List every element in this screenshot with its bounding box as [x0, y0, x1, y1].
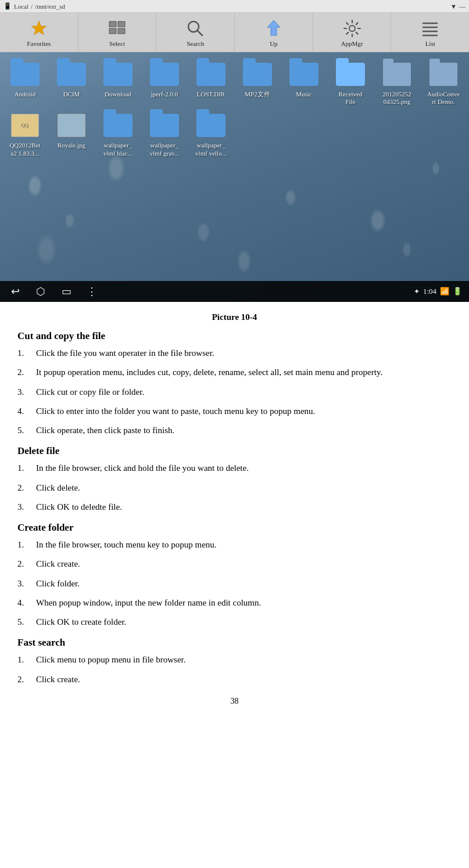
- file-wallpaper2-label: wallpaper_vlmf grav...: [150, 142, 180, 157]
- list-icon: [420, 18, 441, 39]
- toolbar-favorites[interactable]: Favorites: [0, 13, 78, 52]
- list-item: 3.Click cut or copy file or folder.: [17, 386, 452, 399]
- toolbar: Favorites Select Search: [0, 13, 469, 52]
- file-dcim[interactable]: DCIM: [49, 57, 94, 108]
- list-item: 2.Click create.: [17, 673, 452, 686]
- status-bar: ↩ ⬡ ▭ ⋮ ✦ 1:04 📶 🔋: [0, 281, 469, 302]
- page-number: 38: [17, 697, 452, 706]
- toolbar-appmgr[interactable]: AppMgr: [313, 13, 392, 52]
- file-wallpaper3-label: wallpaper_vlmf vello...: [195, 142, 227, 157]
- file-jperf[interactable]: jperf-2.0.0: [142, 57, 187, 108]
- create-list: 1.In the file browser, touch menu key to…: [17, 538, 452, 629]
- thumb-qq2012-icon: QQ: [10, 110, 40, 141]
- file-grid-row2: QQ QQ2012Beta2 1.83.3... Royale.jpg wall…: [0, 108, 469, 164]
- appmgr-label: AppMgr: [341, 40, 363, 47]
- folder-wallpaper1-icon: [103, 110, 133, 141]
- file-wallpaper3[interactable]: wallpaper_vlmf vello...: [188, 108, 234, 159]
- thumb-royale-icon: [56, 110, 87, 141]
- nav-buttons: ↩ ⬡ ▭ ⋮: [7, 283, 100, 300]
- toolbar-up[interactable]: Up: [235, 13, 313, 52]
- file-received[interactable]: ReceivedFile: [328, 57, 373, 108]
- list-label: List: [425, 40, 435, 47]
- select-label: Select: [109, 40, 125, 47]
- back-button[interactable]: ↩: [7, 283, 23, 300]
- file-lostdir[interactable]: LOST.DIR: [188, 57, 234, 108]
- list-item: 3.Click OK to deledte file.: [17, 500, 452, 514]
- folder-received-icon: [335, 59, 366, 89]
- home-button[interactable]: ⬡: [33, 283, 49, 300]
- svg-marker-0: [31, 21, 46, 35]
- section-delete-heading: Delete file: [17, 445, 452, 457]
- svg-point-8: [349, 26, 355, 31]
- up-icon: [263, 18, 284, 39]
- list-item: 1.In the file browser, touch menu key to…: [17, 538, 452, 552]
- file-wallpaper2[interactable]: wallpaper_vlmf grav...: [142, 108, 187, 159]
- picture-caption: Picture 10-4: [17, 312, 452, 322]
- dropdown-arrow[interactable]: ▼: [450, 3, 457, 10]
- file-mp2[interactable]: MP2文件: [235, 57, 280, 108]
- folder-android-icon: [10, 59, 40, 89]
- star-icon: [28, 18, 49, 39]
- list-item: 4.When popup window, input the new folde…: [17, 596, 452, 610]
- list-item: 4.Click to enter into the folder you wan…: [17, 405, 452, 418]
- delete-list: 1.In the file browser, click and hold th…: [17, 462, 452, 514]
- status-indicators: ✦ 1:04 📶 🔋: [414, 287, 462, 296]
- document-area: Picture 10-4 Cut and copy the file 1.Cli…: [0, 302, 469, 723]
- battery-icon: 🔋: [453, 287, 462, 296]
- top-bar-path: 📱 Local / /mnt/ext_sd: [3, 2, 65, 10]
- file-wallpaper1-label: wallpaper_vlmf blac...: [103, 142, 133, 157]
- path-full: /mnt/ext_sd: [35, 3, 65, 10]
- list-item: 2.Click create.: [17, 557, 452, 571]
- folder-mp2-icon: [242, 59, 273, 89]
- file-img201205[interactable]: 20120525204325.png: [374, 57, 420, 108]
- folder-wallpaper2-icon: [149, 110, 180, 141]
- list-item: 1.Click menu to popup menu in file brows…: [17, 653, 452, 667]
- file-received-label: ReceivedFile: [339, 91, 363, 106]
- menu-button[interactable]: ⋮: [84, 283, 100, 300]
- file-wallpaper1[interactable]: wallpaper_vlmf blac...: [95, 108, 141, 159]
- file-android[interactable]: Android: [2, 57, 48, 108]
- local-icon: 📱: [3, 2, 12, 10]
- folder-lostdir-icon: [196, 59, 226, 89]
- svg-rect-2: [118, 21, 125, 27]
- search-icon: [185, 18, 206, 39]
- file-audioconvert-label: AudioConvert Demo.: [427, 91, 460, 106]
- svg-line-6: [197, 30, 202, 35]
- list-item: 2.Click delete.: [17, 481, 452, 495]
- file-music-label: Music: [296, 91, 312, 98]
- list-item: 1.Click the file you want operater in th…: [17, 347, 452, 360]
- select-icon: [107, 18, 128, 39]
- folder-download-icon: [103, 59, 133, 89]
- gear-icon: [342, 18, 363, 39]
- top-bar-controls: ▼ —: [450, 3, 466, 10]
- file-download[interactable]: Download: [95, 57, 141, 108]
- list-item: 2.It popup operation menu, includes cut,…: [17, 366, 452, 379]
- toolbar-list[interactable]: List: [391, 13, 469, 52]
- file-royale[interactable]: Royale.jpg: [49, 108, 94, 159]
- toolbar-search[interactable]: Search: [156, 13, 235, 52]
- file-grid-row1: Android DCIM Download jperf-2.0.0: [0, 52, 469, 108]
- file-img201205-label: 20120525204325.png: [382, 91, 411, 106]
- minimize-btn[interactable]: —: [459, 3, 466, 10]
- path-sep1: /: [31, 3, 33, 10]
- folder-audioconvert-icon: [428, 59, 459, 89]
- recents-button[interactable]: ▭: [58, 283, 74, 300]
- svg-rect-4: [118, 28, 125, 34]
- toolbar-select[interactable]: Select: [78, 13, 157, 52]
- svg-marker-7: [267, 20, 280, 35]
- file-music[interactable]: Music: [281, 57, 327, 108]
- list-item: 1.In the file browser, click and hold th…: [17, 462, 452, 475]
- file-qq2012[interactable]: QQ QQ2012Beta2 1.83.3...: [2, 108, 48, 159]
- file-qq2012-label: QQ2012Beta2 1.83.3...: [9, 142, 40, 157]
- favorites-label: Favorites: [27, 40, 51, 47]
- file-android-label: Android: [15, 91, 36, 98]
- folder-img201205-icon: [382, 59, 412, 89]
- folder-wallpaper3-icon: [196, 110, 226, 141]
- file-lostdir-label: LOST.DIR: [197, 91, 225, 98]
- up-label: Up: [270, 40, 277, 47]
- file-royale-label: Royale.jpg: [58, 142, 85, 149]
- file-mp2-label: MP2文件: [245, 91, 270, 98]
- section-fastsearch-heading: Fast search: [17, 637, 452, 649]
- svg-rect-3: [109, 28, 116, 34]
- file-audioconvert[interactable]: AudioConvert Demo.: [421, 57, 466, 108]
